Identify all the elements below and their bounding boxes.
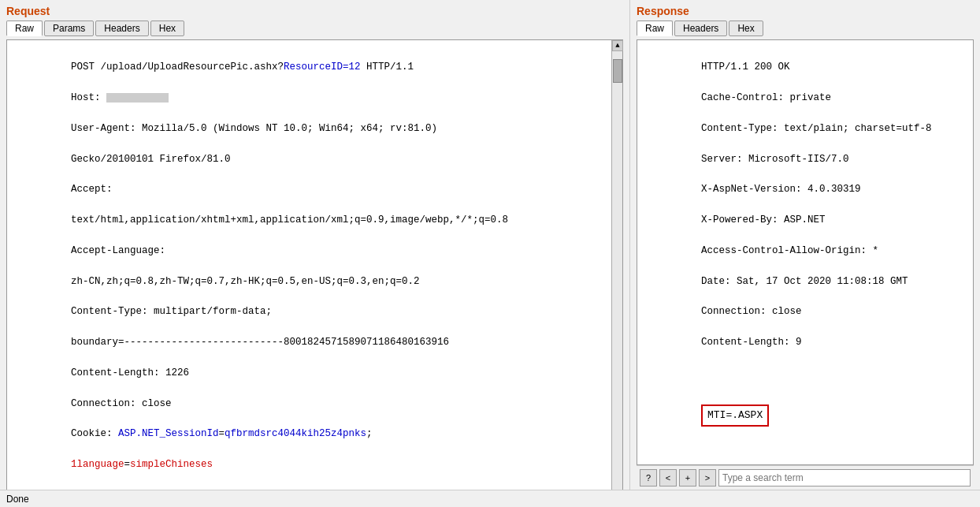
request-line-11: Content-Length: 1226 <box>71 367 189 378</box>
request-line-10: boundary=---------------------------8001… <box>71 337 449 348</box>
request-line-3: User-Agent: Mozilla/5.0 (Windows NT 10.0… <box>71 123 437 134</box>
request-line-13: Cookie: ASP.NET_SessionId=qfbrmdsrc4044k… <box>71 428 373 439</box>
search-add-button-right[interactable]: + <box>679 469 696 486</box>
scroll-thumb[interactable] <box>613 59 622 83</box>
response-panel: Response Raw Headers Hex HTTP/1.1 200 OK… <box>630 0 980 490</box>
request-line-4: Gecko/20100101 Firefox/81.0 <box>71 154 231 165</box>
request-line-7: Accept-Language: <box>71 245 165 256</box>
session-id-value: qfbrmdsrc4044kih25z4pnks <box>225 428 366 439</box>
response-search-bar: ? < + > <box>637 465 974 490</box>
language-value: simpleChineses <box>130 459 213 470</box>
request-content-wrapper: POST /upload/UploadResourcePic.ashx?Reso… <box>6 39 623 490</box>
response-body-boxed: MTI=.ASPX <box>701 404 769 427</box>
tab-raw-request[interactable]: Raw <box>6 21 43 36</box>
search-prev-button-right[interactable]: < <box>659 469 677 486</box>
status-text: Done <box>6 494 29 505</box>
tab-hex-request[interactable]: Hex <box>150 21 184 36</box>
request-line-6: text/html,application/xhtml+xml,applicat… <box>71 214 508 226</box>
scroll-track <box>612 51 622 490</box>
request-title: Request <box>6 5 623 17</box>
tab-headers-request[interactable]: Headers <box>95 21 148 36</box>
main-container: Request Raw Params Headers Hex POST /upl… <box>0 0 980 507</box>
request-scrollbar[interactable]: ▲ ▼ <box>611 40 622 490</box>
scroll-up-arrow[interactable]: ▲ <box>612 40 623 51</box>
search-next-button-right[interactable]: > <box>699 469 716 486</box>
request-line-9: Content-Type: multipart/form-data; <box>71 306 272 317</box>
response-line-1: HTTP/1.1 200 OK <box>701 62 790 73</box>
host-blocked <box>106 93 169 103</box>
response-line-9: Connection: close <box>701 306 802 317</box>
tab-raw-response[interactable]: Raw <box>637 21 673 36</box>
status-bar: Done <box>0 490 980 507</box>
response-line-7: Access-Control-Allow-Origin: * <box>701 245 878 256</box>
language-key: 1language <box>71 459 124 470</box>
response-line-10: Content-Length: 9 <box>701 337 802 348</box>
search-input-right[interactable] <box>718 469 971 486</box>
request-line-1: POST /upload/UploadResourcePic.ashx?Reso… <box>71 62 414 73</box>
response-title: Response <box>637 5 974 17</box>
request-line-2: Host: <box>71 92 169 103</box>
response-content-wrapper: HTTP/1.1 200 OK Cache-Control: private C… <box>637 39 974 465</box>
response-line-8: Date: Sat, 17 Oct 2020 11:08:18 GMT <box>701 276 908 287</box>
response-line-2: Cache-Control: private <box>701 92 831 103</box>
response-tabs: Raw Headers Hex <box>637 21 974 36</box>
response-line-5: X-AspNet-Version: 4.0.30319 <box>701 184 861 195</box>
response-line-6: X-Powered-By: ASP.NET <box>701 214 826 226</box>
request-tabs: Raw Params Headers Hex <box>6 21 623 36</box>
request-panel: Request Raw Params Headers Hex POST /upl… <box>0 0 630 490</box>
session-id-key: ASP.NET_SessionId <box>118 428 219 439</box>
response-line-3: Content-Type: text/plain; charset=utf-8 <box>701 123 932 134</box>
tab-headers-response[interactable]: Headers <box>674 21 727 36</box>
request-line-5: Accept: <box>71 184 113 195</box>
panels-row: Request Raw Params Headers Hex POST /upl… <box>0 0 980 490</box>
response-line-4: Server: Microsoft-IIS/7.0 <box>701 154 849 165</box>
resource-id-param: ResourceID=12 <box>284 62 361 73</box>
request-line-14: 1language=simpleChineses <box>71 459 213 470</box>
request-line-8: zh-CN,zh;q=0.8,zh-TW;q=0.7,zh-HK;q=0.5,e… <box>71 276 420 287</box>
search-help-button-right[interactable]: ? <box>640 469 657 486</box>
response-content[interactable]: HTTP/1.1 200 OK Cache-Control: private C… <box>637 40 973 464</box>
tab-hex-response[interactable]: Hex <box>729 21 763 36</box>
tab-params[interactable]: Params <box>44 21 94 36</box>
request-line-12: Connection: close <box>71 398 172 409</box>
request-content[interactable]: POST /upload/UploadResourcePic.ashx?Reso… <box>7 40 611 490</box>
